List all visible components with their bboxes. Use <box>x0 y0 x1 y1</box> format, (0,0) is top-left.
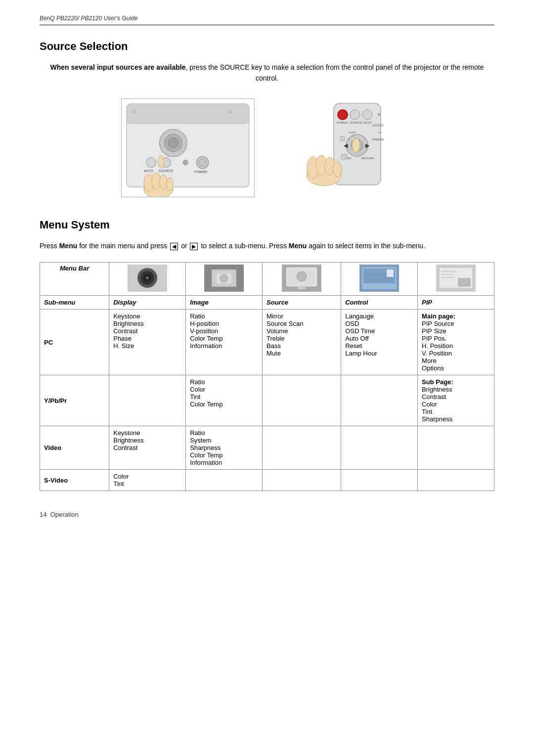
menu-bar-label: Menu Bar <box>40 263 109 296</box>
submenu-col-header: Sub-menu <box>40 296 109 310</box>
ypbpr-label: Y/Pb/Pr <box>40 375 109 426</box>
svg-rect-37 <box>340 136 345 141</box>
menu-system-title: Menu System <box>40 219 494 231</box>
pip-col-header: PIP <box>418 296 494 310</box>
ypbpr-source <box>263 375 341 426</box>
svg-point-7 <box>146 158 156 168</box>
svideo-source <box>263 470 341 491</box>
device-illustrations: □ □ AUTO SOURCE POWER POWER <box>40 96 494 200</box>
display-thumbnail <box>109 263 186 296</box>
svg-point-18 <box>160 175 168 189</box>
svg-text:SOURCE: SOURCE <box>159 169 174 173</box>
source-selection-intro: When several input sources are available… <box>40 62 494 84</box>
svg-point-6 <box>168 138 178 148</box>
menu-table: Menu Bar <box>40 262 494 491</box>
svg-point-22 <box>338 110 348 120</box>
pc-image: RatioH-positionV-positionColor TempInfor… <box>186 310 263 375</box>
svg-point-13 <box>199 159 207 167</box>
svg-text:AUTO: AUTO <box>363 121 372 124</box>
svg-rect-66 <box>458 278 470 286</box>
video-image: RatioSystemSharpnessColor TempInformatio… <box>186 426 263 470</box>
control-col-header: Control <box>341 296 418 310</box>
video-source <box>263 426 341 470</box>
svideo-label: S-Video <box>40 470 109 491</box>
svideo-row: S-Video ColorTint <box>40 470 494 491</box>
page-footer: 14 Operation <box>40 511 494 518</box>
svg-text:□: □ <box>133 109 135 114</box>
svideo-pip <box>418 470 494 491</box>
pc-display: KeystoneBrightnessContrastPhaseH. Size <box>109 310 186 375</box>
pip-thumbnail <box>418 263 494 296</box>
display-col-header: Display <box>109 296 186 310</box>
svg-text:FREEZE: FREEZE <box>372 138 384 141</box>
pc-source: MirrorSource ScanVolumeTrebleBassMute <box>263 310 341 375</box>
svg-point-23 <box>350 110 360 120</box>
video-control <box>341 426 418 470</box>
svideo-display: ColorTint <box>109 470 186 491</box>
top-divider <box>40 25 494 25</box>
video-pip <box>418 426 494 470</box>
submenu-header-row: Sub-menu Display Image Source Control PI… <box>40 296 494 310</box>
svg-point-24 <box>362 110 372 120</box>
menu-bar-row: Menu Bar <box>40 263 494 296</box>
svg-point-57 <box>297 271 307 281</box>
menu-system-intro: Press Menu for the main menu and press ◀… <box>40 240 494 251</box>
svg-point-19 <box>166 178 173 190</box>
image-col-header: Image <box>186 296 263 310</box>
pc-control: LangaugeOSDOSD TimeAuto OffResetLamp Hou… <box>341 310 418 375</box>
svg-rect-40 <box>341 154 347 159</box>
source-selection-title: Source Selection <box>40 40 494 53</box>
svg-point-17 <box>152 173 161 189</box>
pc-row: PC KeystoneBrightnessContrastPhaseH. Siz… <box>40 310 494 375</box>
right-arrow-icon: ▶ <box>190 243 198 250</box>
remote-control-image: POWER SOURCE AUTO + − ZOOM ◀ ▶ FREEZE EX… <box>274 96 413 200</box>
image-thumbnail <box>186 263 263 296</box>
svg-text:▶: ▶ <box>365 142 370 148</box>
svg-text:POWER: POWER <box>194 170 207 174</box>
header-title: BenQ PB2220/ PB2120 User's Guide <box>40 15 494 22</box>
svg-rect-63 <box>387 269 394 277</box>
ypbpr-display <box>109 375 186 426</box>
svg-point-11 <box>183 160 188 165</box>
video-row: Video KeystoneBrightnessContrast RatioSy… <box>40 426 494 470</box>
svideo-image <box>186 470 263 491</box>
svg-text:ZOOM: ZOOM <box>373 124 383 127</box>
control-thumbnail <box>341 263 418 296</box>
svg-text:AUTO: AUTO <box>144 169 154 173</box>
svg-text:SOURCE: SOURCE <box>350 121 362 124</box>
svg-text:◀: ◀ <box>344 142 348 148</box>
svideo-control <box>341 470 418 491</box>
svg-text:□: □ <box>228 109 231 114</box>
left-arrow-icon: ◀ <box>170 243 178 250</box>
svg-point-20 <box>158 156 164 168</box>
svg-point-54 <box>220 274 228 282</box>
video-display: KeystoneBrightnessContrast <box>109 426 186 470</box>
svg-text:RETURN: RETURN <box>361 157 374 160</box>
ypbpr-pip: Sub Page: BrightnessContrastColorTintSha… <box>418 375 494 426</box>
svg-text:−: − <box>378 129 381 136</box>
ypbpr-control <box>341 375 418 426</box>
control-panel-image: □ □ AUTO SOURCE POWER <box>121 98 255 197</box>
svg-text:EXIT: EXIT <box>349 131 356 134</box>
svg-rect-58 <box>298 287 306 289</box>
svg-point-47 <box>352 138 360 152</box>
svg-text:+: + <box>377 111 381 118</box>
svg-text:POWER: POWER <box>337 121 348 124</box>
video-label: Video <box>40 426 109 470</box>
ypbpr-image: RatioColorTintColor Temp <box>186 375 263 426</box>
source-thumbnail <box>263 263 341 296</box>
ypbpr-row: Y/Pb/Pr RatioColorTintColor Temp Sub Pag… <box>40 375 494 426</box>
svg-point-51 <box>146 276 149 279</box>
source-col-header: Source <box>263 296 341 310</box>
pc-pip: Main page: PIP SourcePIP SizePIP Pos.H. … <box>418 310 494 375</box>
pc-label: PC <box>40 310 109 375</box>
svg-point-46 <box>333 162 342 177</box>
